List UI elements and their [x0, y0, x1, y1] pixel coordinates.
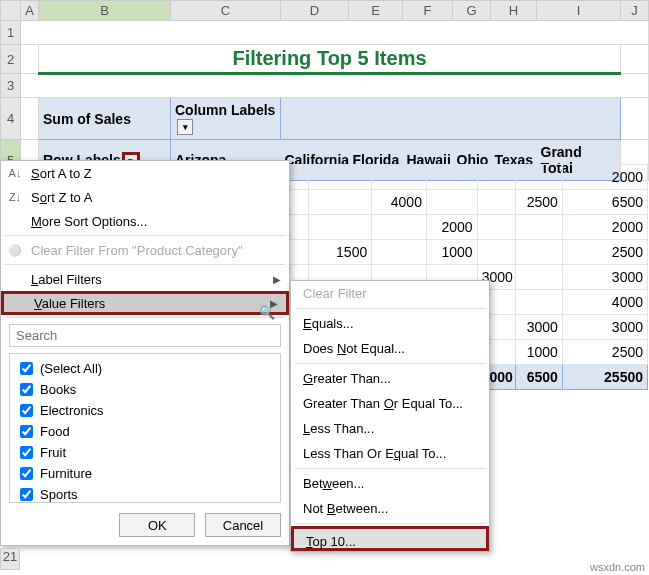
col-E[interactable]: E	[349, 1, 403, 21]
sort-za[interactable]: Z↓Sort Z to A	[1, 185, 289, 209]
check-books[interactable]: Books	[14, 379, 276, 400]
search-wrap: 🔍	[1, 320, 289, 351]
row-3[interactable]: 3	[1, 74, 21, 98]
funnel-clear-icon: ⚪	[7, 244, 23, 257]
col-G[interactable]: G	[453, 1, 491, 21]
sub-greater-than[interactable]: Greater Than...	[291, 366, 489, 391]
search-input[interactable]	[9, 324, 281, 347]
sort-az-icon: A↓	[7, 167, 23, 179]
spreadsheet-grid: A B C D E F G H I J 1 2 Filtering Top 5 …	[0, 0, 649, 181]
sub-gte[interactable]: Greater Than Or Equal To...	[291, 391, 489, 416]
search-icon: 🔍	[259, 305, 275, 320]
sub-not-between[interactable]: Not Between...	[291, 496, 489, 521]
ok-button[interactable]: OK	[119, 513, 195, 537]
more-sort-options[interactable]: More Sort Options...	[1, 209, 289, 233]
col-F[interactable]: F	[403, 1, 453, 21]
cancel-button[interactable]: Cancel	[205, 513, 281, 537]
col-D[interactable]: D	[281, 1, 349, 21]
pivot-sum-label: Sum of Sales	[39, 98, 171, 140]
col-A[interactable]: A	[21, 1, 39, 21]
row-4[interactable]: 4	[1, 98, 21, 140]
watermark: wsxdn.com	[590, 561, 645, 573]
filter-context-menu: A↓SSort A to Zort A to Z Z↓Sort Z to A M…	[0, 160, 290, 546]
check-electronics[interactable]: Electronics	[14, 400, 276, 421]
value-filters[interactable]: Value Filters▶	[1, 291, 289, 315]
value-filters-submenu: Clear Filter Equals... Does Not Equal...…	[290, 280, 490, 552]
row-2[interactable]: 2	[1, 45, 21, 74]
column-headers: A B C D E F G H I J	[1, 1, 649, 21]
check-sports[interactable]: Sports	[14, 484, 276, 503]
row-21[interactable]: 21	[0, 548, 20, 570]
col-H[interactable]: H	[491, 1, 537, 21]
col-C[interactable]: C	[171, 1, 281, 21]
sub-equals[interactable]: Equals...	[291, 311, 489, 336]
check-food[interactable]: Food	[14, 421, 276, 442]
pivot-col-label[interactable]: Column Labels▾	[171, 98, 281, 140]
check-furniture[interactable]: Furniture	[14, 463, 276, 484]
sub-clear-filter: Clear Filter	[291, 281, 489, 306]
col-I[interactable]: I	[537, 1, 621, 21]
col-J[interactable]: J	[621, 1, 649, 21]
sub-between[interactable]: Between...	[291, 471, 489, 496]
col-B[interactable]: B	[39, 1, 171, 21]
sort-az[interactable]: A↓SSort A to Zort A to Z	[1, 161, 289, 185]
label-filters[interactable]: Label Filters▶	[1, 267, 289, 291]
chevron-down-icon[interactable]: ▾	[177, 119, 193, 135]
sub-less-than[interactable]: Less Than...	[291, 416, 489, 441]
check-select-all[interactable]: (Select All)	[14, 358, 276, 379]
sort-za-icon: Z↓	[7, 191, 23, 203]
sub-lte[interactable]: Less Than Or Equal To...	[291, 441, 489, 466]
filter-checklist[interactable]: (Select All) Books Electronics Food Frui…	[9, 353, 281, 503]
row-1[interactable]: 1	[1, 21, 21, 45]
sub-top-10[interactable]: Top 10...	[291, 526, 489, 551]
check-fruit[interactable]: Fruit	[14, 442, 276, 463]
page-title: Filtering Top 5 Items	[39, 45, 621, 74]
clear-filter: ⚪Clear Filter From "Product Category"	[1, 238, 289, 262]
sub-not-equal[interactable]: Does Not Equal...	[291, 336, 489, 361]
chevron-right-icon: ▶	[273, 274, 281, 285]
